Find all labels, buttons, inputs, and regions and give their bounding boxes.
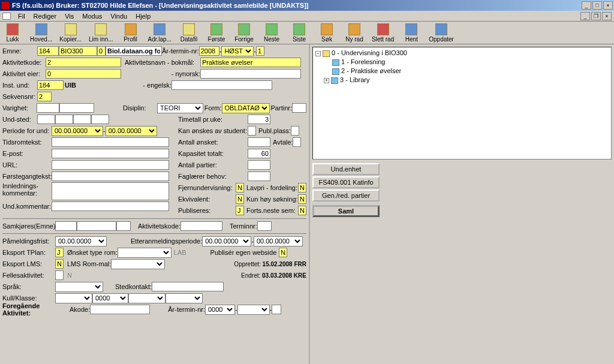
kull-2[interactable]: 0000 — [92, 293, 128, 303]
kanonsk-field[interactable] — [248, 126, 256, 136]
kap-field[interactable] — [248, 149, 270, 158]
periode-from[interactable]: 00.00.0000 — [52, 126, 103, 136]
tb-sok[interactable]: Søk — [317, 23, 337, 43]
aarterm2-3[interactable] — [272, 305, 281, 314]
lmsrom-dropdown[interactable] — [111, 259, 165, 269]
termin-dropdown[interactable]: HØST — [221, 46, 254, 56]
saml-button[interactable]: Saml — [312, 205, 380, 217]
emne-navn[interactable] — [106, 46, 162, 56]
tb-adrlap[interactable]: Adr.lap... — [148, 23, 171, 43]
tb-slettrad[interactable]: Slett rad — [372, 23, 394, 43]
tree-item-1[interactable]: 1 - Forelesning — [341, 58, 385, 65]
maximize-button[interactable]: □ — [592, 1, 602, 10]
menu-vis[interactable]: Vis — [61, 12, 77, 20]
disiplin-dropdown[interactable]: TEORI — [157, 103, 203, 113]
kull-4[interactable] — [165, 293, 203, 303]
ekv-field[interactable] — [236, 194, 244, 204]
aktnavn-bokmal[interactable] — [200, 58, 301, 67]
tb-oppdater[interactable]: Oppdater — [429, 23, 454, 43]
tb-lukk[interactable]: Lukk — [2, 23, 23, 43]
genred-button[interactable]: Gen./red. partier — [312, 189, 380, 201]
mdi-restore-button[interactable]: ❐ — [591, 12, 601, 20]
sekvens-field[interactable] — [37, 92, 52, 101]
tb-kopier[interactable]: Kopier... — [59, 23, 82, 43]
akode-field[interactable] — [90, 305, 150, 314]
avtale-field[interactable] — [293, 137, 301, 147]
mdi-minimize-button[interactable]: _ — [580, 12, 590, 20]
termnr-field[interactable] — [257, 221, 272, 231]
elms-field[interactable] — [55, 259, 64, 269]
aktnavn-nynorsk[interactable] — [200, 69, 301, 79]
pew-field[interactable] — [279, 248, 287, 257]
pam-dropdown[interactable]: 00.00.0000 — [55, 236, 107, 246]
undenhet-button[interactable]: Und.enhet — [312, 163, 380, 175]
tb-nyrad[interactable]: Ny rad — [344, 23, 365, 43]
etp-field[interactable] — [55, 248, 64, 257]
aktk2-field[interactable] — [180, 221, 222, 231]
undkomm-field[interactable] — [52, 201, 169, 211]
sprak-dropdown[interactable] — [55, 282, 103, 292]
lavpri-field[interactable] — [298, 183, 306, 192]
tb-hent[interactable]: Hent — [401, 23, 422, 43]
samkj-2[interactable] — [77, 221, 116, 231]
instund-field-1[interactable] — [37, 80, 64, 90]
expand-icon[interactable]: + — [324, 78, 329, 83]
undsted-4[interactable] — [91, 115, 109, 124]
emne-field-3[interactable] — [97, 46, 106, 56]
antpart-field[interactable] — [248, 160, 270, 170]
epost-field[interactable] — [52, 149, 169, 158]
kunhoy-field[interactable] — [298, 194, 306, 204]
tb-hoved[interactable]: Hoved... — [30, 23, 52, 43]
form-dropdown[interactable]: OBLDATAØ — [222, 103, 270, 113]
fagl-field[interactable] — [248, 172, 270, 181]
close-button[interactable]: × — [603, 1, 613, 10]
emne-field-2[interactable] — [59, 46, 97, 56]
tidsrom-field[interactable] — [52, 137, 169, 147]
akteier-field[interactable] — [46, 69, 121, 79]
innl-kommentar[interactable] — [52, 182, 169, 200]
tree-item-2[interactable]: 2 - Praktiske øvelser — [341, 67, 401, 74]
tree-item-3[interactable]: 3 - Library — [340, 76, 370, 83]
antonsk-field[interactable] — [248, 137, 270, 147]
partinr-field[interactable] — [292, 103, 306, 113]
felles-field[interactable] — [55, 270, 64, 280]
varighet-field-2[interactable] — [59, 103, 94, 113]
katinfo-button[interactable]: FS409.001 Katinfo — [312, 176, 380, 188]
emne-field-1[interactable] — [37, 46, 59, 56]
ett-from[interactable]: 00.00.0000 — [202, 236, 251, 246]
ett-to[interactable]: 00.00.0000 — [254, 236, 303, 246]
samkj-1[interactable] — [55, 221, 77, 231]
undsted-3[interactable] — [73, 115, 91, 124]
mdi-close-button[interactable]: × — [602, 12, 612, 20]
activity-tree[interactable]: −0 - Undervisning i BIO300 1 - Forelesni… — [312, 47, 612, 160]
tb-siste[interactable]: Siste — [289, 23, 309, 43]
aarterm2-2[interactable] — [237, 305, 270, 315]
minimize-button[interactable]: _ — [582, 1, 591, 10]
tree-root[interactable]: 0 - Undervisning i BIO300 — [332, 49, 407, 56]
collapse-icon[interactable]: − — [315, 51, 321, 56]
tb-forste[interactable]: Første — [206, 23, 227, 43]
kull-3[interactable] — [128, 293, 165, 303]
tb-datafil[interactable]: Datafil — [179, 23, 199, 43]
menu-vindu[interactable]: Vindu — [107, 12, 131, 20]
publplass-field[interactable] — [291, 126, 299, 136]
menu-modus[interactable]: Modus — [79, 12, 106, 20]
periode-to[interactable]: 00.00.0000 — [106, 126, 157, 136]
publ-field[interactable] — [236, 206, 244, 215]
aktkode-field[interactable] — [46, 58, 121, 67]
url-field[interactable] — [52, 160, 169, 170]
fjern-field[interactable] — [236, 183, 244, 192]
aar-field[interactable] — [199, 46, 219, 56]
ots-dropdown[interactable] — [118, 248, 171, 258]
forstg-field[interactable] — [52, 172, 169, 181]
tb-neste[interactable]: Neste — [261, 23, 282, 43]
stedk-field[interactable] — [152, 282, 224, 291]
undsted-2[interactable] — [55, 115, 73, 124]
undsted-1[interactable] — [37, 115, 55, 124]
menu-rediger[interactable]: Rediger — [30, 12, 61, 20]
aarterm2-1[interactable]: 0000 — [205, 305, 235, 315]
timetall-field[interactable] — [248, 115, 270, 124]
forts-field[interactable] — [298, 206, 306, 215]
samkj-3[interactable] — [116, 221, 131, 231]
tb-forrige[interactable]: Forrige — [234, 23, 254, 43]
